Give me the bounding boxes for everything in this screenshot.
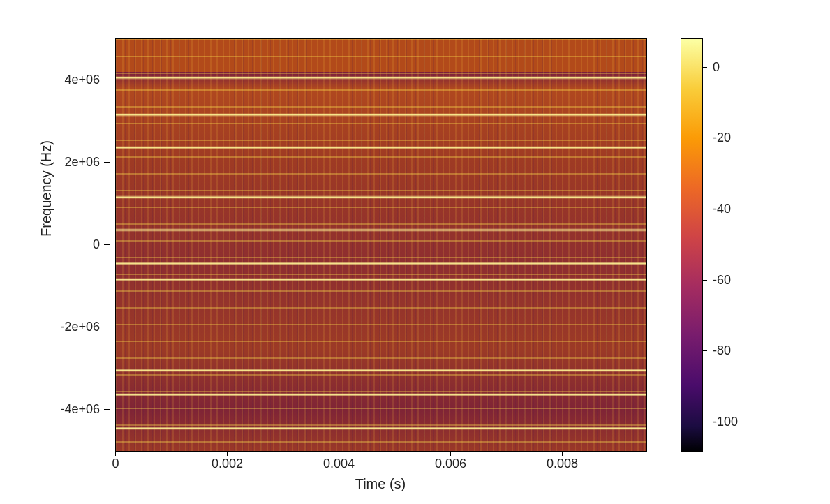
spectral-band <box>116 427 646 430</box>
spectral-band <box>116 262 646 265</box>
colorbar-tick-label: -40 <box>713 202 731 216</box>
x-tick: 0.008 <box>562 451 563 458</box>
spectral-band <box>116 146 646 149</box>
spectral-band <box>116 195 646 199</box>
y-tick-label: -2e+06 <box>60 320 100 334</box>
x-tick-label: 0.004 <box>323 457 355 471</box>
x-tick: 0.002 <box>227 451 228 458</box>
x-tick-label: 0.008 <box>547 457 578 471</box>
colorbar-tick-label: -100 <box>713 415 738 429</box>
spectral-band <box>116 113 646 117</box>
spectral-band <box>116 369 646 372</box>
x-tick-label: 0.006 <box>435 457 466 471</box>
spectral-band <box>116 228 646 232</box>
colorbar-tick-label: -20 <box>713 131 731 145</box>
colorbar <box>681 38 703 452</box>
x-tick-label: 0 <box>112 457 119 471</box>
y-tick-label: 0 <box>93 237 100 252</box>
x-tick: 0.004 <box>339 451 339 458</box>
y-tick-label: 2e+06 <box>64 155 100 170</box>
colorbar-tick-label: -60 <box>713 273 731 288</box>
spectral-band <box>116 393 646 396</box>
spectral-band <box>116 278 646 281</box>
y-tick-label: -4e+06 <box>60 402 100 417</box>
x-tick-label: 0.002 <box>212 457 243 471</box>
y-tick-label: 4e+06 <box>64 73 100 87</box>
x-tick: 0.006 <box>450 451 451 458</box>
colorbar-tick-label: -80 <box>713 343 731 358</box>
x-tick: 0 <box>115 451 116 458</box>
spectral-band <box>116 76 646 80</box>
spectrogram-image <box>116 39 646 451</box>
x-axis-label: Time (s) <box>115 476 646 492</box>
colorbar-tick-label: 0 <box>713 60 720 75</box>
y-axis-label: Frequency (Hz) <box>38 84 54 293</box>
spectrogram-figure: 0 0.002 0.004 0.006 0.008 -4e+06 -2e+06 … <box>0 0 830 504</box>
spectrogram-plot-area <box>115 38 647 452</box>
